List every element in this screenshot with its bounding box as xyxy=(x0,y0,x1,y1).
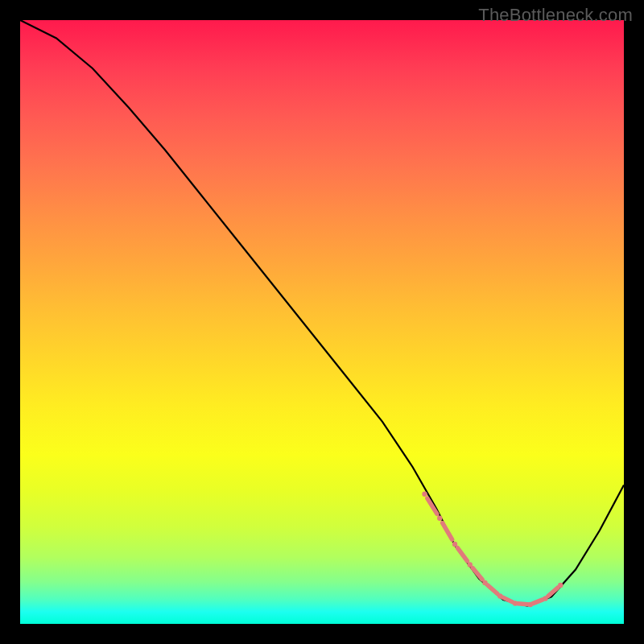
svg-line-5 xyxy=(457,548,467,561)
marker-dots xyxy=(422,492,563,608)
svg-line-3 xyxy=(443,523,452,540)
chart-svg xyxy=(20,20,624,624)
svg-point-2 xyxy=(437,516,442,521)
svg-point-0 xyxy=(422,492,427,497)
svg-point-18 xyxy=(558,583,563,588)
watermark-text: TheBottleneck.com xyxy=(478,5,633,26)
svg-line-13 xyxy=(518,604,527,605)
chart-plot-area xyxy=(20,20,624,624)
curve-path xyxy=(20,20,624,606)
svg-line-11 xyxy=(503,597,513,602)
svg-line-15 xyxy=(533,600,543,604)
svg-line-9 xyxy=(488,585,497,594)
